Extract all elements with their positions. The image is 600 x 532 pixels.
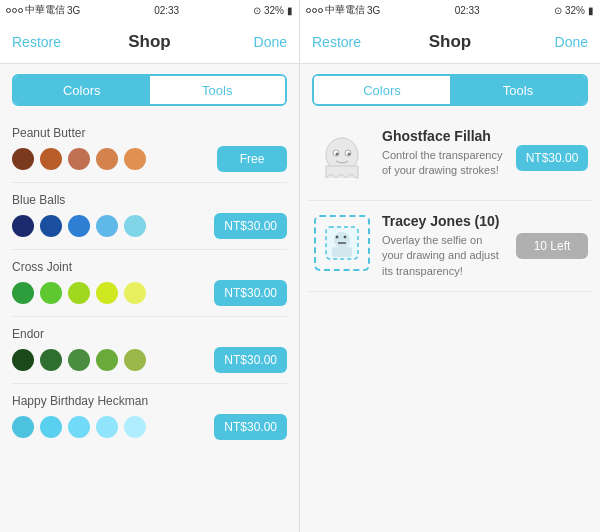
- location-icon-right: ⊙: [554, 5, 562, 16]
- tracey-price[interactable]: 10 Left: [516, 233, 588, 259]
- ghostface-name: Ghostface Fillah: [382, 128, 506, 144]
- segment-control-right: Colors Tools: [312, 74, 588, 106]
- circle-2-4: [124, 282, 146, 304]
- pack-row-2: NT$30.00: [12, 280, 287, 306]
- pack-name-0: Peanut Butter: [12, 126, 287, 140]
- tool-tracey: Tracey Jones (10) Overlay the selfie on …: [308, 201, 592, 292]
- buy-btn-2[interactable]: NT$30.00: [214, 280, 287, 306]
- tab-colors-left[interactable]: Colors: [14, 76, 150, 104]
- svg-point-4: [336, 153, 339, 156]
- battery-right: 32%: [565, 5, 585, 16]
- circle-2-3: [96, 282, 118, 304]
- tool-ghostface: Ghostface Fillah Control the transparenc…: [308, 116, 592, 201]
- signal-dot-r-3: [318, 8, 323, 13]
- pack-name-1: Blue Balls: [12, 193, 287, 207]
- circle-4-0: [12, 416, 34, 438]
- pack-blue-balls: Blue Balls NT$30.00: [12, 183, 287, 250]
- tab-tools-right[interactable]: Tools: [450, 76, 586, 104]
- done-btn-left[interactable]: Done: [227, 34, 287, 50]
- tracey-desc: Overlay the selfie on your drawing and a…: [382, 233, 506, 279]
- color-circles-4: [12, 416, 146, 438]
- circle-1-3: [96, 215, 118, 237]
- pack-row-3: NT$30.00: [12, 347, 287, 373]
- network-left: 3G: [67, 5, 80, 16]
- color-packs-list: Peanut Butter Free Blue Balls: [0, 116, 299, 532]
- circle-2-1: [40, 282, 62, 304]
- circle-4-3: [96, 416, 118, 438]
- nav-bar-left: Restore Shop Done: [0, 20, 299, 64]
- tab-colors-right[interactable]: Colors: [314, 76, 450, 104]
- location-icon: ⊙: [253, 5, 261, 16]
- circle-3-4: [124, 349, 146, 371]
- restore-btn-left[interactable]: Restore: [12, 34, 72, 50]
- ghostface-desc: Control the transparency of your drawing…: [382, 148, 506, 179]
- signal-dot-r-1: [306, 8, 311, 13]
- signal-dots: [6, 8, 23, 13]
- status-right-right: ⊙ 32% ▮: [554, 5, 594, 16]
- circle-1-2: [68, 215, 90, 237]
- buy-btn-1[interactable]: NT$30.00: [214, 213, 287, 239]
- circle-0-3: [96, 148, 118, 170]
- shop-title-right: Shop: [429, 32, 472, 52]
- circle-3-2: [68, 349, 90, 371]
- svg-point-7: [334, 232, 350, 248]
- battery-icon-left: ▮: [287, 5, 293, 16]
- shop-title-left: Shop: [128, 32, 171, 52]
- time-right: 02:33: [455, 5, 480, 16]
- color-circles-1: [12, 215, 146, 237]
- circle-3-1: [40, 349, 62, 371]
- signal-dots-right: [306, 8, 323, 13]
- circle-1-0: [12, 215, 34, 237]
- circle-4-1: [40, 416, 62, 438]
- circle-1-4: [124, 215, 146, 237]
- battery-icon-right: ▮: [588, 5, 594, 16]
- svg-point-5: [348, 153, 351, 156]
- pack-name-2: Cross Joint: [12, 260, 287, 274]
- buy-btn-3[interactable]: NT$30.00: [214, 347, 287, 373]
- status-bar-right: 中華電信 3G 02:33 ⊙ 32% ▮: [300, 0, 600, 20]
- tools-list: Ghostface Fillah Control the transparenc…: [300, 116, 600, 532]
- pack-row-0: Free: [12, 146, 287, 172]
- circle-0-0: [12, 148, 34, 170]
- svg-rect-8: [332, 247, 352, 257]
- tracey-icon: [314, 215, 370, 271]
- circle-3-0: [12, 349, 34, 371]
- circle-2-2: [68, 282, 90, 304]
- circle-4-4: [124, 416, 146, 438]
- battery-left: 32%: [264, 5, 284, 16]
- ghostface-icon-container: [312, 128, 372, 188]
- restore-btn-right[interactable]: Restore: [312, 34, 372, 50]
- signal-dot-2: [12, 8, 17, 13]
- circle-0-4: [124, 148, 146, 170]
- signal-dot-3: [18, 8, 23, 13]
- circle-1-1: [40, 215, 62, 237]
- signal-dot-r-2: [312, 8, 317, 13]
- tracey-info: Tracey Jones (10) Overlay the selfie on …: [382, 213, 506, 279]
- pack-row-4: NT$30.00: [12, 414, 287, 440]
- status-left-right: 中華電信 3G: [306, 3, 380, 17]
- segment-control-left: Colors Tools: [12, 74, 287, 106]
- circle-0-2: [68, 148, 90, 170]
- tab-tools-left[interactable]: Tools: [150, 76, 286, 104]
- ghost-icon: [317, 133, 367, 183]
- carrier-left: 中華電信: [25, 3, 65, 17]
- color-circles-2: [12, 282, 146, 304]
- signal-dot-1: [6, 8, 11, 13]
- pack-name-4: Happy Birthday Heckman: [12, 394, 287, 408]
- pack-row-1: NT$30.00: [12, 213, 287, 239]
- nav-bar-right: Restore Shop Done: [300, 20, 600, 64]
- carrier-right: 中華電信: [325, 3, 365, 17]
- circle-4-2: [68, 416, 90, 438]
- buy-btn-4[interactable]: NT$30.00: [214, 414, 287, 440]
- ghostface-price[interactable]: NT$30.00: [516, 145, 588, 171]
- status-left: 中華電信 3G: [6, 3, 80, 17]
- tracey-face-icon: [324, 225, 360, 261]
- color-circles-3: [12, 349, 146, 371]
- done-btn-right[interactable]: Done: [528, 34, 588, 50]
- circle-3-3: [96, 349, 118, 371]
- status-bar-left: 中華電信 3G 02:33 ⊙ 32% ▮: [0, 0, 299, 20]
- circle-2-0: [12, 282, 34, 304]
- pack-name-3: Endor: [12, 327, 287, 341]
- buy-btn-0[interactable]: Free: [217, 146, 287, 172]
- color-circles-0: [12, 148, 146, 170]
